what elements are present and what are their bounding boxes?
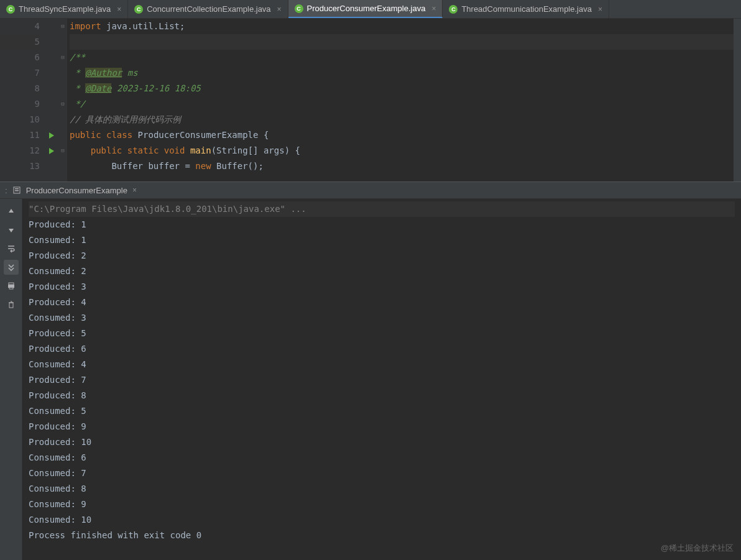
close-icon[interactable]: × [117,5,121,14]
close-icon[interactable]: × [431,4,436,13]
run-config-icon [12,186,21,195]
java-class-icon [6,5,15,14]
close-icon[interactable]: × [277,5,282,14]
scroll-to-end-button[interactable] [4,260,19,275]
tab-producerconsumer[interactable]: ProducerConsumerExample.java × [288,0,443,18]
line-number-gutter: 45678910111213 [0,19,45,181]
print-button[interactable] [4,278,19,293]
fold-gutter: ⊟⊟⊟⊟ [58,19,67,181]
editor-tabs: ThreadSyncExample.java × ConcurrentColle… [0,0,741,19]
tab-label: ThreadSyncExample.java [19,4,111,14]
run-toolbar [0,199,22,560]
soft-wrap-button[interactable] [4,241,19,256]
svg-rect-3 [9,283,14,285]
svg-rect-2 [15,190,19,191]
watermark-text: @稀土掘金技术社区 [661,543,734,554]
java-class-icon [295,4,303,13]
close-icon[interactable]: × [598,5,602,14]
code-content[interactable]: import java.util.List;/** * @Author ms *… [67,19,741,181]
run-tool-window: "C:\Program Files\Java\jdk1.8.0_201\bin\… [0,199,741,560]
svg-rect-6 [9,303,13,308]
svg-rect-1 [15,188,19,190]
java-class-icon [134,5,143,14]
run-window-handle[interactable]: : [5,186,7,195]
down-arrow-button[interactable] [4,223,19,237]
code-editor[interactable]: 45678910111213 ⊟⊟⊟⊟ import java.util.Lis… [0,19,741,181]
tab-label: ConcurrentCollectionExample.java [147,4,270,14]
tab-label: ProducerConsumerExample.java [307,4,426,13]
tab-threadsync[interactable]: ThreadSyncExample.java × [0,0,128,18]
run-tab-label[interactable]: ProducerConsumerExample [26,186,127,195]
java-class-icon [449,5,458,14]
editor-scrollbar[interactable] [734,19,741,181]
run-tool-window-header: : ProducerConsumerExample × [0,181,741,199]
tab-label: ThreadCommunicationExample.java [461,4,592,14]
console-output[interactable]: "C:\Program Files\Java\jdk1.8.0_201\bin\… [22,199,741,560]
tab-threadcommunication[interactable]: ThreadCommunicationExample.java × [443,0,609,18]
up-arrow-button[interactable] [4,204,19,219]
close-icon[interactable]: × [132,186,137,195]
clear-all-button[interactable] [4,297,19,312]
run-gutter [45,19,58,181]
tab-concurrentcollection[interactable]: ConcurrentCollectionExample.java × [128,0,288,18]
